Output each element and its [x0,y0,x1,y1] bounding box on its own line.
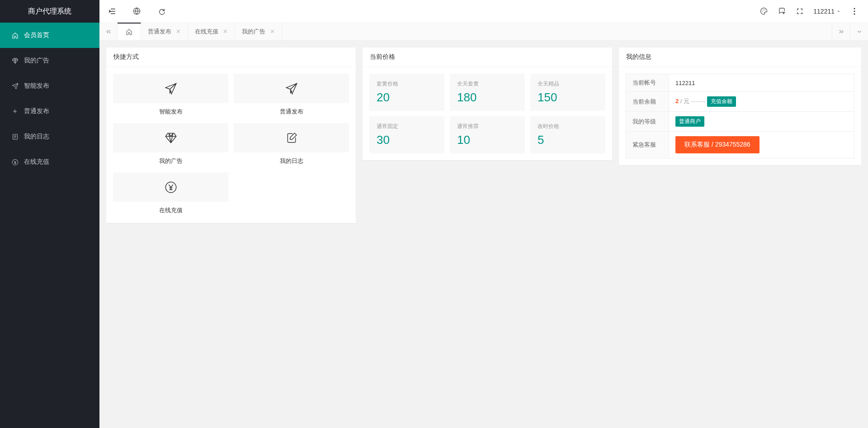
close-icon[interactable]: ✕ [270,28,275,35]
sidebar-menu: 会员首页 我的广告 智能发布 普通发布 [0,23,99,175]
shortcut-my-logs[interactable]: 我的日志 [234,123,349,167]
price-item: 套黄价格 20 [369,74,444,111]
shortcut-label: 普通发布 [280,108,303,116]
tab-scroll-left[interactable] [99,23,118,40]
price-value: 150 [538,90,598,105]
tab-dropdown[interactable] [850,23,868,40]
tab-home[interactable] [118,23,141,40]
price-item: 全天套黄 180 [450,74,525,111]
shortcuts-card: 快捷方式 智能发布 普通发布 [106,48,356,223]
price-label: 套黄价格 [377,80,437,88]
sidebar-item-logs[interactable]: 我的日志 [0,124,99,149]
sidebar-item-ads[interactable]: 我的广告 [0,48,99,73]
level-badge: 普通商户 [675,116,704,127]
recharge-button[interactable]: 充值余额 [707,96,736,107]
sidebar-item-label: 在线充值 [24,158,49,166]
log-icon [11,133,19,140]
sidebar-item-label: 我的日志 [24,133,49,141]
svg-point-8 [854,13,855,14]
username-label: 112211 [813,8,835,15]
close-icon[interactable]: ✕ [223,28,228,35]
prices-card: 当前价格 套黄价格 20 全天套黄 180 全天精品 150 [363,48,612,160]
price-item: 全天精品 150 [530,74,605,111]
home-icon [11,32,19,39]
fullscreen-button[interactable] [791,0,809,23]
price-label: 全天套黄 [457,80,518,88]
tabbar: 普通发布 ✕ 在线充值 ✕ 我的广告 ✕ [99,23,868,41]
edit-doc-icon [234,123,349,152]
shortcut-normal-publish[interactable]: 普通发布 [234,74,349,118]
price-item: 通宵固定 30 [369,116,444,153]
price-value: 30 [377,133,437,147]
info-row-account: 当前帐号 112211 [626,74,854,92]
card-title: 快捷方式 [106,48,356,67]
tab-scroll-right[interactable] [832,23,850,40]
info-label: 我的等级 [626,112,669,132]
price-value: 20 [377,90,437,105]
info-label: 紧急客服 [626,132,669,158]
price-label: 通宵固定 [377,123,437,130]
language-button[interactable] [124,0,149,23]
info-card: 我的信息 当前帐号 112211 当前余额 2 / 元 ---------- 充… [619,48,861,165]
svg-point-6 [854,8,855,9]
theme-button[interactable] [755,0,773,23]
more-button[interactable] [845,0,863,23]
tab-recharge[interactable]: 在线充值 ✕ [188,23,235,40]
shortcut-label: 我的日志 [280,157,303,165]
info-value: 112211 [669,74,854,92]
shortcut-smart-publish[interactable]: 智能发布 [113,74,228,118]
user-menu[interactable]: 112211 [809,8,845,15]
send-icon [113,74,228,103]
sidebar-item-normal-publish[interactable]: 普通发布 [0,99,99,124]
sidebar-item-label: 智能发布 [24,82,49,90]
price-label: 改时价格 [538,123,598,130]
send-icon [11,82,19,90]
diamond-icon [11,57,19,64]
price-item: 通宵推荐 10 [450,116,525,153]
sidebar-item-smart-publish[interactable]: 智能发布 [0,73,99,99]
price-value: 10 [457,133,518,147]
sidebar-item-label: 普通发布 [24,107,49,115]
app-title: 商户代理系统 [0,0,99,23]
shortcut-label: 智能发布 [159,108,183,116]
balance-unit: / 元 [679,98,689,105]
info-label: 当前帐号 [626,74,669,92]
shortcut-label: 我的广告 [159,157,183,165]
svg-point-7 [854,10,855,12]
tab-label: 我的广告 [242,28,265,36]
shortcut-recharge[interactable]: 在线充值 [113,172,228,216]
topbar: 112211 [99,0,868,23]
shortcut-label: 在线充值 [159,206,183,214]
yen-icon [11,158,19,166]
tab-my-ads[interactable]: 我的广告 ✕ [235,23,282,40]
price-item: 改时价格 5 [530,116,605,153]
price-label: 通宵推荐 [457,123,518,130]
tab-normal-publish[interactable]: 普通发布 ✕ [141,23,188,40]
sidebar-item-recharge[interactable]: 在线充值 [0,149,99,175]
price-value: 5 [538,133,598,147]
note-button[interactable] [773,0,791,23]
sidebar: 商户代理系统 会员首页 我的广告 智能发布 [0,0,99,428]
send-icon [234,74,349,103]
plus-icon [11,108,19,115]
info-row-balance: 当前余额 2 / 元 ---------- 充值余额 [626,92,854,112]
svg-point-5 [764,10,765,10]
tab-label: 普通发布 [148,28,171,36]
sidebar-item-label: 会员首页 [24,31,49,39]
close-icon[interactable]: ✕ [176,28,181,35]
contact-button[interactable]: 联系客服 / 2934755286 [675,136,760,153]
shortcut-my-ads[interactable]: 我的广告 [113,123,228,167]
svg-point-3 [762,11,763,12]
sidebar-item-home[interactable]: 会员首页 [0,23,99,48]
diamond-icon [113,123,228,152]
price-value: 180 [457,90,518,105]
menu-toggle-button[interactable] [99,0,124,23]
card-title: 当前价格 [363,48,612,67]
refresh-button[interactable] [149,0,174,23]
dashes: ---------- [689,98,707,105]
svg-point-4 [763,9,764,10]
price-label: 全天精品 [538,80,598,88]
info-row-contact: 紧急客服 联系客服 / 2934755286 [626,132,854,158]
info-row-level: 我的等级 普通商户 [626,112,854,132]
yen-circle-icon [113,172,228,202]
